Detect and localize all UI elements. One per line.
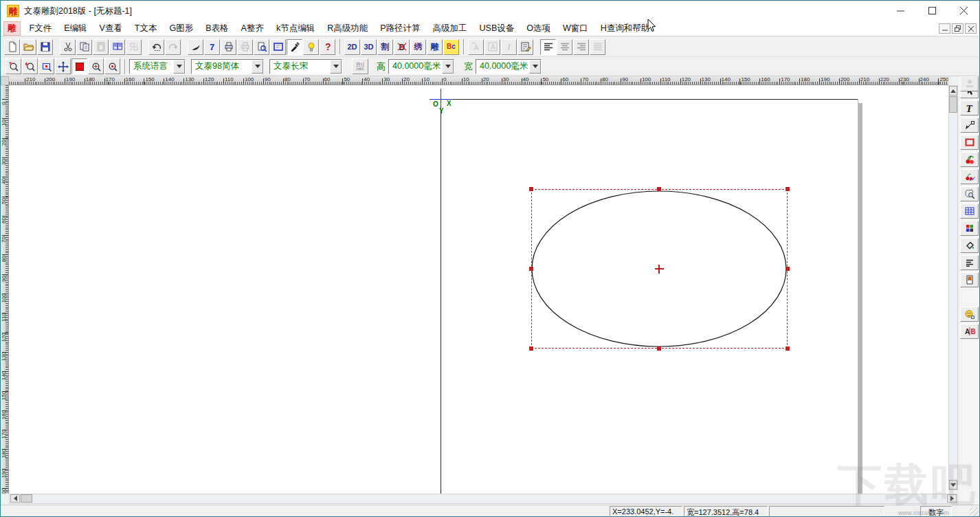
zoom-object-button[interactable]	[104, 58, 120, 74]
font-secondary-select[interactable]: 文泰长宋	[269, 59, 342, 74]
align-right-button[interactable]	[573, 39, 589, 55]
menu-item-8[interactable]: k节点编辑	[270, 21, 321, 36]
menu-item-1[interactable]: F文件	[23, 21, 58, 36]
language-dropdown-button[interactable]	[173, 60, 185, 74]
menu-item-0[interactable]: 雕	[3, 21, 21, 36]
frame-button[interactable]	[270, 39, 286, 55]
menu-item-7[interactable]: A整齐	[235, 21, 270, 36]
language-select[interactable]: 系统语言	[129, 59, 186, 74]
portrait-tool-button[interactable]	[960, 307, 979, 322]
new-button[interactable]	[4, 39, 20, 55]
menu-item-10[interactable]: P路径计算	[374, 21, 426, 36]
width-select[interactable]: 40.0000毫米	[476, 59, 542, 74]
save-button[interactable]	[37, 39, 53, 55]
clone-button[interactable]	[126, 39, 142, 55]
selection-center-cross[interactable]	[658, 265, 660, 274]
menu-item-14[interactable]: W窗口	[557, 21, 594, 36]
selection-handle[interactable]	[529, 267, 533, 271]
vertical-scrollbar[interactable]	[948, 85, 958, 490]
menu-item-13[interactable]: O选项	[520, 21, 557, 36]
menu-item-5[interactable]: G图形	[163, 21, 199, 36]
mdi-restore-button[interactable]	[952, 23, 964, 34]
selection-handle[interactable]	[529, 346, 533, 351]
node-edit-tool-button[interactable]	[960, 118, 979, 133]
zoom-previous-button[interactable]	[22, 58, 38, 74]
selection-handle[interactable]	[529, 187, 533, 191]
scroll-right-button[interactable]	[947, 494, 957, 503]
preview-button[interactable]	[254, 39, 269, 55]
clipart-edit-tool-button[interactable]	[960, 169, 979, 184]
scroll-left-button[interactable]	[10, 494, 20, 503]
table-tool-button[interactable]	[960, 204, 979, 219]
view-3d-button[interactable]: 3D	[361, 39, 377, 55]
zoom-selection-button[interactable]	[38, 58, 54, 74]
horizontal-scrollbar[interactable]	[9, 494, 958, 504]
text-tool-button[interactable]: T	[960, 100, 979, 116]
fill-color-button[interactable]	[71, 58, 87, 74]
italic-button[interactable]: I	[501, 39, 517, 55]
pan-button[interactable]	[55, 58, 71, 74]
minimize-button[interactable]	[884, 1, 916, 21]
height-select[interactable]: 40.0000毫米	[388, 59, 454, 74]
horizontal-scroll-thumb[interactable]	[21, 494, 32, 503]
width-dropdown-button[interactable]	[529, 60, 541, 74]
drawing-canvas[interactable]: O X Y	[9, 85, 948, 494]
selection-handle[interactable]	[786, 187, 790, 191]
shear-button[interactable]: 7	[204, 39, 220, 55]
open-button[interactable]	[21, 39, 36, 55]
print-setup-button[interactable]	[237, 39, 253, 55]
cutting-button[interactable]: 割	[377, 39, 393, 55]
rectangle-tool-button[interactable]	[960, 135, 979, 150]
undo-button[interactable]	[148, 39, 164, 55]
mdi-close-button[interactable]	[965, 23, 977, 34]
menu-item-15[interactable]: H查询和帮助	[594, 21, 656, 36]
paste-button[interactable]	[93, 39, 109, 55]
no-draft-button[interactable]: D	[394, 39, 410, 55]
stamp-tool-button[interactable]	[960, 76, 979, 91]
redo-button[interactable]	[165, 39, 181, 55]
text-lines-tool-button[interactable]	[960, 255, 979, 270]
resize-grip[interactable]	[970, 507, 979, 516]
font-primary-dropdown-button[interactable]	[252, 60, 263, 74]
fill-tool-button[interactable]	[960, 238, 979, 253]
font-primary-select[interactable]: 文泰98简体	[191, 59, 264, 74]
help-button[interactable]: ?	[320, 39, 335, 55]
color-blocks-tool-button[interactable]	[960, 221, 979, 236]
selection-handle[interactable]	[657, 187, 661, 191]
shape-zoom-tool-button[interactable]	[960, 186, 979, 201]
bulb-button[interactable]	[303, 39, 319, 55]
close-button[interactable]	[948, 1, 979, 21]
menu-item-4[interactable]: T文本	[129, 21, 164, 36]
menu-item-9[interactable]: R高级功能	[321, 21, 374, 36]
zoom-out-button[interactable]	[5, 58, 21, 74]
align-center-button[interactable]	[557, 39, 572, 55]
menu-item-3[interactable]: V查看	[93, 21, 128, 36]
kerning-tool-button[interactable]: AB	[960, 324, 979, 339]
view-2d-button[interactable]: 2D	[344, 39, 360, 55]
color-code-button[interactable]: Bc	[443, 39, 459, 55]
scroll-up-button[interactable]	[949, 86, 957, 96]
mirror-button[interactable]	[188, 39, 203, 55]
eyedropper-button[interactable]	[287, 39, 302, 55]
selection-handle[interactable]	[657, 346, 661, 351]
text-edit-button[interactable]	[517, 39, 533, 55]
embroidery-button[interactable]: 绣	[410, 39, 426, 55]
menu-item-2[interactable]: E编辑	[58, 21, 93, 36]
text-box-button[interactable]: A	[485, 39, 500, 55]
scroll-down-button[interactable]	[949, 480, 957, 490]
menu-item-11[interactable]: 高级加工	[427, 21, 474, 36]
print-button[interactable]	[221, 39, 236, 55]
vertical-scroll-thumb[interactable]	[949, 96, 957, 113]
duplicate-button[interactable]	[109, 39, 125, 55]
ellipse-shape[interactable]	[9, 85, 948, 494]
text-transform-button[interactable]: A	[468, 39, 484, 55]
copy-button[interactable]	[76, 39, 92, 55]
engrave-button[interactable]: 雕	[427, 39, 443, 55]
mdi-minimize-button[interactable]	[939, 23, 950, 34]
font-secondary-dropdown-button[interactable]	[330, 60, 342, 74]
align-left-button[interactable]	[540, 39, 556, 55]
clipart-tool-button[interactable]	[960, 152, 979, 167]
maximize-button[interactable]	[916, 1, 948, 21]
height-dropdown-button[interactable]	[442, 60, 454, 74]
align-justify-button[interactable]	[590, 39, 605, 55]
